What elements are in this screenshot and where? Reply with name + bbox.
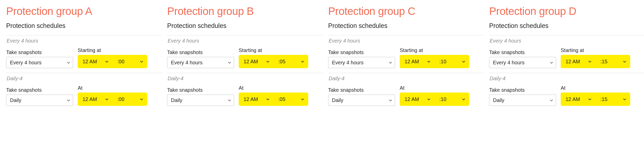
hour-select[interactable]: 12 AM	[562, 56, 594, 67]
group-title: Protection group B	[167, 5, 323, 17]
take-snapshots-label: Take snapshots	[328, 87, 395, 93]
time-label: At	[78, 85, 147, 91]
take-snapshots-label: Take snapshots	[489, 87, 556, 93]
hour-value: 12 AM	[566, 59, 580, 65]
minute-select[interactable]: :00	[113, 94, 146, 105]
schedule-name: Every 4 hours	[7, 38, 162, 44]
protection-group: Protection group CProtection schedulesEv…	[328, 5, 484, 106]
time-highlight: 12 AM:15	[561, 55, 630, 68]
schedule-name: Daily-4	[7, 76, 162, 81]
minute-value: :10	[439, 59, 446, 65]
frequency-select[interactable]: Every 4 hours	[328, 57, 395, 68]
frequency-value: Daily	[171, 97, 182, 103]
schedule-row: Take snapshotsDailyAt12 AM:15	[489, 85, 644, 106]
time-highlight: 12 AM:05	[239, 55, 308, 68]
take-snapshots-label: Take snapshots	[167, 49, 234, 55]
hour-value: 12 AM	[405, 59, 419, 65]
time-field: Starting at12 AM:05	[239, 47, 308, 68]
chevron-down-icon	[140, 97, 143, 101]
section-heading: Protection schedules	[6, 22, 162, 29]
time-label: Starting at	[400, 47, 469, 53]
time-highlight: 12 AM:10	[400, 55, 469, 68]
hour-value: 12 AM	[405, 96, 419, 102]
protection-group: Protection group AProtection schedulesEv…	[6, 5, 162, 106]
schedule-name: Daily-4	[490, 76, 644, 81]
chevron-down-icon	[228, 61, 231, 64]
schedule-block: Daily-4Take snapshotsDailyAt12 AM:05	[167, 73, 323, 106]
frequency-value: Every 4 hours	[332, 60, 363, 66]
schedule-name: Every 4 hours	[168, 38, 323, 44]
hour-select[interactable]: 12 AM	[79, 56, 111, 67]
chevron-down-icon	[301, 97, 304, 101]
protection-group: Protection group DProtection schedulesEv…	[489, 5, 644, 106]
section-heading: Protection schedules	[489, 22, 644, 29]
minute-select[interactable]: :05	[274, 94, 307, 105]
schedule-row: Take snapshotsEvery 4 hoursStarting at12…	[489, 47, 644, 68]
hour-value: 12 AM	[83, 59, 97, 65]
protection-groups-container: Protection group AProtection schedulesEv…	[6, 5, 638, 106]
frequency-select[interactable]: Every 4 hours	[489, 57, 556, 68]
minute-select[interactable]: :05	[274, 56, 307, 67]
chevron-down-icon	[588, 60, 592, 63]
hour-select[interactable]: 12 AM	[240, 56, 272, 67]
section-heading: Protection schedules	[328, 22, 484, 29]
schedule-name: Daily-4	[168, 76, 323, 81]
chevron-down-icon	[389, 98, 392, 102]
minute-value: :15	[600, 96, 607, 102]
schedule-block: Every 4 hoursTake snapshotsEvery 4 hours…	[489, 35, 644, 68]
chevron-down-icon	[623, 97, 626, 101]
schedule-name: Every 4 hours	[490, 38, 644, 44]
schedule-name: Daily-4	[329, 76, 484, 81]
frequency-field: Take snapshotsDaily	[167, 87, 234, 106]
frequency-value: Daily	[493, 97, 504, 103]
chevron-down-icon	[588, 97, 592, 101]
time-field: At12 AM:05	[239, 85, 308, 106]
chevron-down-icon	[550, 61, 553, 64]
time-highlight: 12 AM:00	[78, 55, 147, 68]
hour-value: 12 AM	[244, 96, 258, 102]
frequency-field: Take snapshotsDaily	[6, 87, 73, 106]
hour-select[interactable]: 12 AM	[562, 94, 594, 105]
hour-select[interactable]: 12 AM	[401, 56, 433, 67]
frequency-field: Take snapshotsEvery 4 hours	[167, 49, 234, 68]
frequency-select[interactable]: Daily	[167, 95, 234, 106]
frequency-select[interactable]: Every 4 hours	[6, 57, 73, 68]
minute-select[interactable]: :15	[596, 56, 629, 67]
frequency-select[interactable]: Daily	[328, 95, 395, 106]
time-label: Starting at	[78, 47, 147, 53]
chevron-down-icon	[105, 60, 109, 63]
take-snapshots-label: Take snapshots	[167, 87, 234, 93]
frequency-select[interactable]: Daily	[489, 95, 556, 106]
frequency-value: Every 4 hours	[493, 60, 524, 66]
chevron-down-icon	[228, 98, 231, 102]
time-field: Starting at12 AM:10	[400, 47, 469, 68]
chevron-down-icon	[389, 61, 392, 64]
chevron-down-icon	[427, 97, 431, 101]
hour-select[interactable]: 12 AM	[240, 94, 272, 105]
time-label: Starting at	[239, 47, 308, 53]
minute-select[interactable]: :00	[113, 56, 146, 67]
hour-select[interactable]: 12 AM	[401, 94, 433, 105]
chevron-down-icon	[462, 97, 465, 101]
schedule-block: Every 4 hoursTake snapshotsEvery 4 hours…	[167, 35, 323, 68]
minute-select[interactable]: :10	[435, 94, 468, 105]
time-field: Starting at12 AM:00	[78, 47, 147, 68]
time-highlight: 12 AM:10	[400, 93, 469, 106]
frequency-select[interactable]: Daily	[6, 95, 73, 106]
minute-value: :00	[117, 59, 124, 65]
schedule-row: Take snapshotsDailyAt12 AM:05	[167, 85, 323, 106]
protection-group: Protection group BProtection schedulesEv…	[167, 5, 323, 106]
hour-select[interactable]: 12 AM	[79, 94, 111, 105]
chevron-down-icon	[266, 60, 270, 63]
schedule-row: Take snapshotsEvery 4 hoursStarting at12…	[6, 47, 162, 68]
frequency-select[interactable]: Every 4 hours	[167, 57, 234, 68]
time-label: Starting at	[561, 47, 630, 53]
frequency-field: Take snapshotsEvery 4 hours	[328, 49, 395, 68]
take-snapshots-label: Take snapshots	[6, 49, 73, 55]
time-field: At12 AM:15	[561, 85, 630, 106]
minute-select[interactable]: :10	[435, 56, 468, 67]
take-snapshots-label: Take snapshots	[328, 49, 395, 55]
frequency-field: Take snapshotsEvery 4 hours	[489, 49, 556, 68]
minute-select[interactable]: :15	[596, 94, 629, 105]
chevron-down-icon	[140, 60, 143, 63]
